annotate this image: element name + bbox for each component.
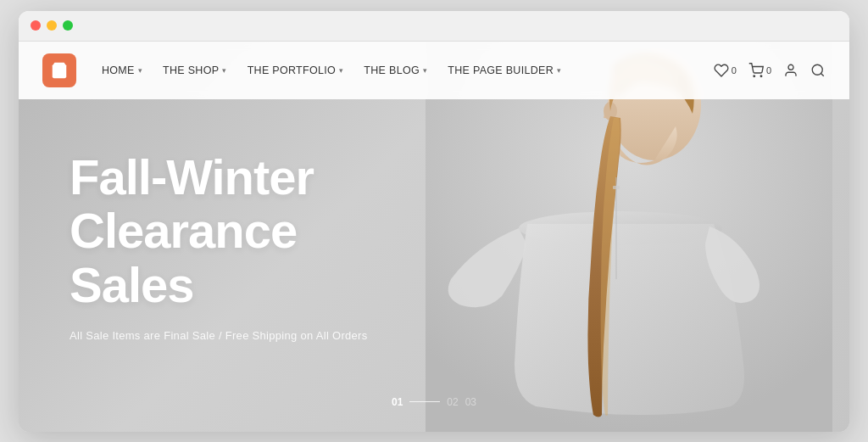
navbar: HOME ▾ THE SHOP ▾ THE PORTFOLIO ▾ THE BL… xyxy=(19,42,849,99)
browser-titlebar xyxy=(19,11,849,42)
cart-button[interactable]: 0 xyxy=(748,63,771,78)
heart-icon xyxy=(714,63,729,78)
shopping-cart-icon xyxy=(748,63,764,78)
maximize-button[interactable] xyxy=(63,20,73,31)
hero-title: Fall-Winter Clearance Sales xyxy=(70,150,368,312)
slide-3-indicator[interactable]: 03 xyxy=(465,396,476,408)
nav-item-shop[interactable]: THE SHOP ▾ xyxy=(154,59,236,81)
cart-icon xyxy=(50,61,69,80)
portfolio-chevron-icon: ▾ xyxy=(339,66,343,75)
logo-button[interactable] xyxy=(42,53,76,87)
svg-point-7 xyxy=(754,76,755,77)
site-wrapper: HOME ▾ THE SHOP ▾ THE PORTFOLIO ▾ THE BL… xyxy=(19,42,849,432)
nav-right: 0 0 xyxy=(714,63,826,78)
home-chevron-icon: ▾ xyxy=(138,66,142,75)
wishlist-button[interactable]: 0 xyxy=(714,63,737,78)
svg-point-9 xyxy=(788,64,793,70)
wishlist-count: 0 xyxy=(732,65,737,76)
blog-chevron-icon: ▾ xyxy=(423,66,427,75)
user-icon xyxy=(783,63,798,78)
slide-1-indicator[interactable]: 01 xyxy=(392,396,403,408)
svg-point-10 xyxy=(812,64,822,75)
cart-count: 0 xyxy=(766,65,771,76)
search-button[interactable] xyxy=(810,63,826,78)
minimize-button[interactable] xyxy=(47,20,57,31)
nav-item-blog[interactable]: THE BLOG ▾ xyxy=(355,59,436,81)
account-button[interactable] xyxy=(783,63,798,78)
svg-rect-5 xyxy=(613,186,620,189)
model-image xyxy=(426,42,832,432)
pagebuilder-chevron-icon: ▾ xyxy=(557,66,561,75)
nav-links: HOME ▾ THE SHOP ▾ THE PORTFOLIO ▾ THE BL… xyxy=(93,59,714,81)
nav-item-page-builder[interactable]: THE PAGE BUILDER ▾ xyxy=(439,59,570,81)
shop-chevron-icon: ▾ xyxy=(222,66,226,75)
hero-content: Fall-Winter Clearance Sales All Sale Ite… xyxy=(70,150,368,342)
nav-item-portfolio[interactable]: THE PORTFOLIO ▾ xyxy=(239,59,353,81)
close-button[interactable] xyxy=(31,20,41,31)
hero-subtitle: All Sale Items are Final Sale / Free Shi… xyxy=(70,329,368,342)
slide-line xyxy=(409,401,440,402)
slide-2-indicator[interactable]: 02 xyxy=(447,396,458,408)
nav-item-home[interactable]: HOME ▾ xyxy=(93,59,151,81)
browser-window: HOME ▾ THE SHOP ▾ THE PORTFOLIO ▾ THE BL… xyxy=(19,11,849,432)
slide-indicators: 01 02 03 xyxy=(392,396,476,408)
search-icon xyxy=(810,63,826,78)
svg-point-8 xyxy=(760,76,762,77)
svg-line-11 xyxy=(821,73,823,76)
